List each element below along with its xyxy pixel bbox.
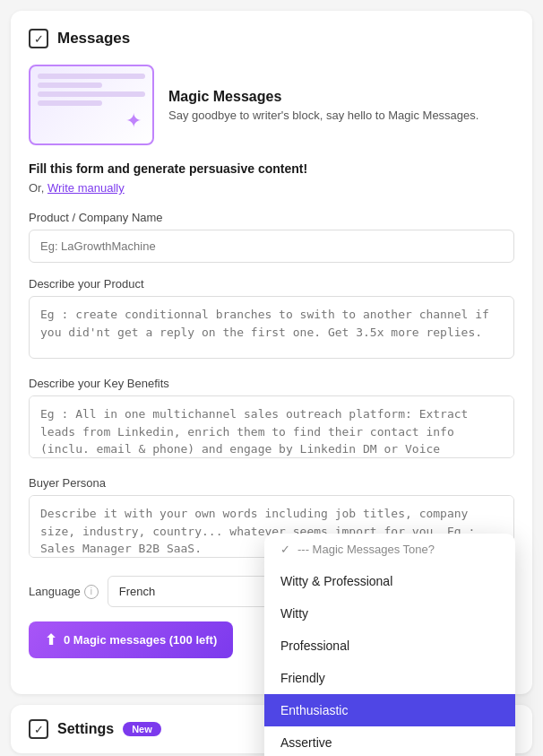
product-label: Product / Company Name (29, 211, 514, 224)
key-benefits-input[interactable] (29, 395, 514, 458)
magic-count-label: 0 Magic messages (100 left) (64, 633, 217, 647)
info-icon[interactable]: i (84, 585, 99, 599)
messages-check-icon: ✓ (29, 29, 48, 48)
tone-option-professional[interactable]: Professional (264, 630, 515, 662)
star-icon: ✦ (125, 109, 142, 133)
describe-product-field-group: Describe your Product (29, 277, 514, 362)
write-manually-row: Or, Write manually (29, 181, 514, 195)
thumb-line-4 (38, 100, 102, 106)
product-input[interactable] (29, 230, 514, 263)
tone-option-witty[interactable]: Witty (264, 597, 515, 630)
thumb-line-3 (38, 91, 145, 97)
language-label-group: Language i (29, 585, 99, 599)
language-label: Language (29, 585, 81, 598)
new-badge: New (123, 722, 161, 736)
tone-option-assertive[interactable]: Assertive (264, 726, 515, 756)
key-benefits-label: Describe your Key Benefits (29, 377, 514, 390)
magic-desc: Say goodbye to writer's block, say hello… (168, 109, 478, 122)
write-manually-link[interactable]: Write manually (47, 181, 125, 195)
thumb-line-2 (38, 83, 102, 88)
upload-icon: ⬆ (45, 631, 56, 648)
messages-header: ✓ Messages (29, 29, 514, 48)
buyer-persona-label: Buyer Persona (29, 476, 514, 490)
tone-dropdown-header: ✓ --- Magic Messages Tone? (264, 534, 515, 565)
tone-dropdown: ✓ --- Magic Messages Tone? Witty & Profe… (264, 534, 515, 756)
checkmark-icon: ✓ (280, 543, 290, 556)
magic-count-button[interactable]: ⬆ 0 Magic messages (100 left) (29, 621, 233, 658)
magic-title: Magic Messages (168, 89, 478, 105)
describe-product-input[interactable] (29, 296, 514, 359)
key-benefits-field-group: Describe your Key Benefits (29, 377, 514, 462)
magic-thumbnail: ✦ (29, 65, 154, 145)
describe-product-label: Describe your Product (29, 277, 514, 291)
form-intro: Fill this form and generate persuasive c… (29, 161, 514, 176)
tone-option-witty-professional[interactable]: Witty & Professional (264, 565, 515, 597)
thumb-line-1 (38, 74, 145, 79)
magic-banner-text: Magic Messages Say goodbye to writer's b… (168, 89, 478, 122)
magic-banner: ✦ Magic Messages Say goodbye to writer's… (29, 65, 514, 145)
messages-title: Messages (57, 30, 130, 48)
tone-option-friendly[interactable]: Friendly (264, 662, 515, 694)
product-field-group: Product / Company Name (29, 211, 514, 263)
settings-check-icon: ✓ (29, 719, 48, 739)
tone-option-enthusiastic[interactable]: Enthusiastic (264, 694, 515, 726)
settings-label: Settings (57, 721, 114, 737)
